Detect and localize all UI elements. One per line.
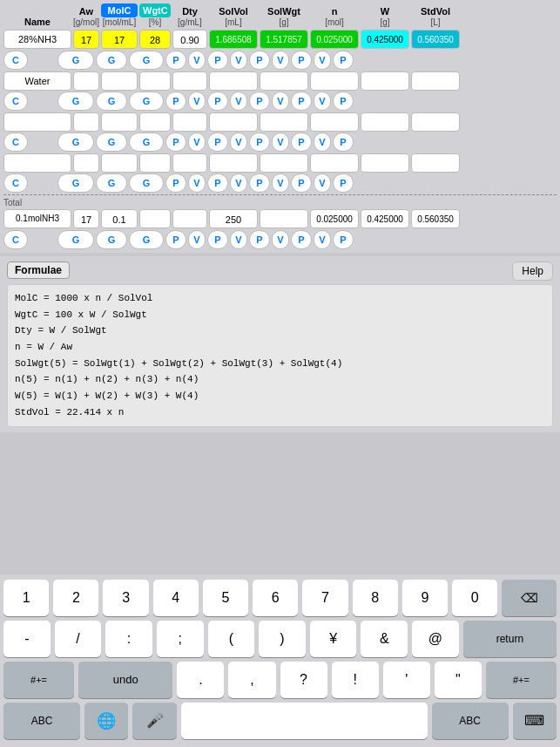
btn-v-3c[interactable]: V bbox=[272, 132, 289, 152]
key-space[interactable] bbox=[181, 703, 428, 739]
key-period[interactable]: . bbox=[177, 662, 224, 698]
key-abc-left[interactable]: ABC bbox=[3, 703, 80, 739]
btn-v-4b[interactable]: V bbox=[230, 173, 247, 193]
row4-solwgt[interactable] bbox=[260, 153, 308, 173]
row3-wgtc[interactable] bbox=[139, 112, 171, 132]
btn-v-total-c[interactable]: V bbox=[272, 230, 289, 249]
btn-p-1e[interactable]: P bbox=[333, 51, 354, 70]
btn-c-water[interactable]: C bbox=[3, 92, 28, 111]
key-5[interactable]: 5 bbox=[203, 580, 248, 616]
btn-v-1b[interactable]: V bbox=[230, 51, 247, 70]
row4-aw[interactable] bbox=[73, 153, 99, 173]
key-9[interactable]: 9 bbox=[402, 580, 448, 616]
row4-n[interactable] bbox=[310, 153, 359, 173]
col-header-molc[interactable]: MolC [mol/mL] bbox=[101, 3, 138, 28]
col-header-wgtc[interactable]: WgtC [%] bbox=[139, 3, 171, 28]
btn-g-3b[interactable]: G bbox=[96, 132, 127, 152]
key-hashplus-right[interactable]: #+= bbox=[486, 662, 557, 698]
btn-g-4b[interactable]: G bbox=[96, 173, 127, 193]
row1-solwgt[interactable]: 1.517857 bbox=[260, 30, 308, 49]
total-name[interactable] bbox=[3, 209, 71, 228]
row3-name[interactable] bbox=[3, 112, 71, 132]
key-microphone[interactable]: 🎤 bbox=[132, 703, 176, 739]
btn-v-water-d[interactable]: V bbox=[314, 92, 331, 111]
btn-v-total-a[interactable]: V bbox=[188, 230, 206, 249]
key-1[interactable]: 1 bbox=[3, 580, 49, 616]
key-keyboard-dismiss[interactable]: ⌨ bbox=[513, 703, 557, 739]
btn-p-total-d[interactable]: P bbox=[291, 230, 312, 249]
btn-p-4a[interactable]: P bbox=[165, 173, 186, 193]
water-stdvol[interactable] bbox=[411, 71, 460, 91]
key-apostrophe[interactable]: ' bbox=[383, 662, 430, 698]
btn-p-1c[interactable]: P bbox=[249, 51, 270, 70]
btn-g-4a[interactable]: G bbox=[57, 173, 94, 193]
wgtc-button[interactable]: WgtC bbox=[139, 3, 171, 17]
row4-stdvol[interactable] bbox=[411, 153, 460, 173]
row3-molc[interactable] bbox=[101, 112, 138, 132]
btn-g-water-b[interactable]: G bbox=[96, 92, 127, 111]
btn-p-4e[interactable]: P bbox=[333, 173, 354, 193]
btn-p-total-b[interactable]: P bbox=[207, 230, 228, 249]
row3-aw[interactable] bbox=[73, 112, 99, 132]
total-dty[interactable] bbox=[172, 209, 207, 228]
key-quote[interactable]: " bbox=[435, 662, 482, 698]
row4-w[interactable] bbox=[361, 153, 409, 173]
btn-v-total-b[interactable]: V bbox=[230, 230, 247, 249]
key-ampersand[interactable]: & bbox=[361, 621, 408, 657]
btn-v-water-a[interactable]: V bbox=[188, 92, 206, 111]
btn-g-total-c[interactable]: G bbox=[129, 230, 164, 249]
water-aw[interactable] bbox=[73, 71, 99, 91]
row3-solwgt[interactable] bbox=[260, 112, 308, 132]
btn-v-4d[interactable]: V bbox=[314, 173, 331, 193]
total-solvol[interactable]: 250 bbox=[209, 209, 258, 228]
row1-molc[interactable]: 17 bbox=[101, 30, 138, 49]
btn-v-1c[interactable]: V bbox=[272, 51, 289, 70]
key-colon[interactable]: : bbox=[105, 621, 152, 657]
water-w[interactable] bbox=[361, 71, 409, 91]
row1-n[interactable]: 0.025000 bbox=[310, 30, 359, 49]
water-dty[interactable] bbox=[172, 71, 207, 91]
btn-v-total-d[interactable]: V bbox=[314, 230, 331, 249]
btn-v-1a[interactable]: V bbox=[188, 51, 206, 70]
row3-w[interactable] bbox=[361, 112, 409, 132]
btn-v-1d[interactable]: V bbox=[314, 51, 331, 70]
row1-wgtc[interactable]: 28 bbox=[139, 30, 171, 49]
key-undo[interactable]: undo bbox=[78, 662, 172, 698]
btn-g-1c[interactable]: G bbox=[129, 51, 164, 70]
btn-p-water-c[interactable]: P bbox=[249, 92, 270, 111]
row3-solvol[interactable] bbox=[209, 112, 258, 132]
key-6[interactable]: 6 bbox=[253, 580, 298, 616]
water-name[interactable] bbox=[3, 71, 71, 91]
total-n[interactable]: 0.025000 bbox=[310, 209, 359, 228]
total-aw[interactable]: 17 bbox=[73, 209, 99, 228]
key-question[interactable]: ? bbox=[280, 662, 327, 698]
row4-molc[interactable] bbox=[101, 153, 138, 173]
btn-p-1d[interactable]: P bbox=[291, 51, 312, 70]
btn-p-3e[interactable]: P bbox=[333, 132, 354, 152]
btn-p-water-e[interactable]: P bbox=[333, 92, 354, 111]
row3-n[interactable] bbox=[310, 112, 359, 132]
water-molc[interactable] bbox=[101, 71, 138, 91]
key-globe[interactable]: 🌐 bbox=[84, 703, 128, 739]
btn-g-3a[interactable]: G bbox=[57, 132, 94, 152]
key-hashplus-left[interactable]: #+= bbox=[3, 662, 74, 698]
key-yen[interactable]: ¥ bbox=[310, 621, 357, 657]
total-molc[interactable]: 0.1 bbox=[101, 209, 138, 228]
key-exclamation[interactable]: ! bbox=[332, 662, 379, 698]
key-delete[interactable]: ⌫ bbox=[502, 580, 557, 616]
btn-p-1a[interactable]: P bbox=[165, 51, 186, 70]
btn-c-3[interactable]: C bbox=[3, 132, 28, 152]
key-slash[interactable]: / bbox=[55, 621, 102, 657]
key-at[interactable]: @ bbox=[412, 621, 459, 657]
btn-p-4b[interactable]: P bbox=[207, 173, 228, 193]
row1-solvol[interactable]: 1.686508 bbox=[209, 30, 258, 49]
total-wgtc[interactable] bbox=[139, 209, 171, 228]
key-semicolon[interactable]: ; bbox=[157, 621, 204, 657]
row1-aw[interactable]: 17 bbox=[73, 30, 99, 49]
molc-button[interactable]: MolC bbox=[101, 3, 138, 17]
row1-stdvol[interactable]: 0.560350 bbox=[411, 30, 460, 49]
row4-wgtc[interactable] bbox=[139, 153, 171, 173]
btn-c-1[interactable]: C bbox=[3, 51, 28, 70]
btn-p-water-b[interactable]: P bbox=[207, 92, 228, 111]
btn-c-4[interactable]: C bbox=[3, 173, 28, 193]
